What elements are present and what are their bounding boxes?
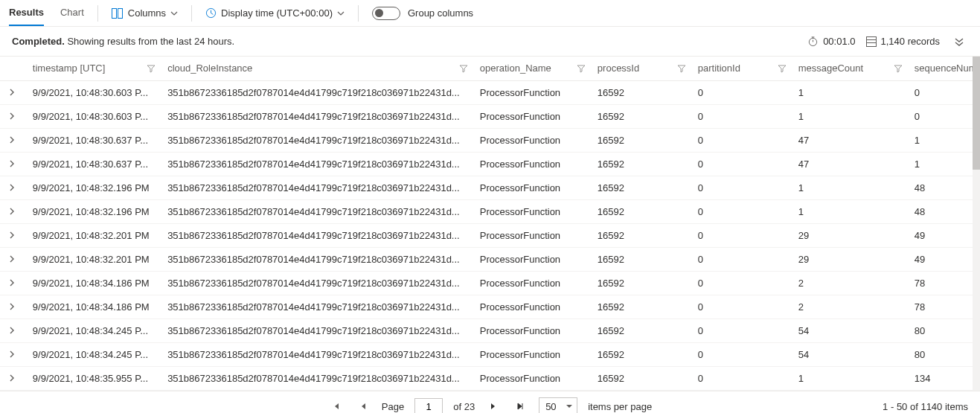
cell-seqnumstart: 80 xyxy=(909,318,980,342)
filter-icon[interactable] xyxy=(778,64,787,73)
table-row[interactable]: 9/9/2021, 10:48:30.637 P...351b867233618… xyxy=(0,152,980,176)
tab-results[interactable]: Results xyxy=(9,0,44,26)
cell-seqnumstart: 0 xyxy=(909,80,980,104)
cell-seqnumstart: 1 xyxy=(909,152,980,176)
cell-timestamp: 9/9/2021, 10:48:34.186 PM xyxy=(27,295,161,318)
toggle-switch[interactable] xyxy=(372,7,400,20)
filter-icon[interactable] xyxy=(677,64,686,73)
cell-operation: ProcessorFunction xyxy=(474,271,592,295)
page-input[interactable] xyxy=(414,398,443,413)
cell-messagecount: 1 xyxy=(792,104,909,128)
next-page-button[interactable] xyxy=(485,398,502,413)
cell-operation: ProcessorFunction xyxy=(474,176,592,199)
cell-messagecount: 1 xyxy=(792,80,909,104)
svg-rect-0 xyxy=(112,8,116,18)
cell-partitionid: 0 xyxy=(692,176,792,199)
cell-operation: ProcessorFunction xyxy=(474,342,592,366)
cell-seqnumstart: 1 xyxy=(909,128,980,152)
header-roleinstance[interactable]: cloud_RoleInstance xyxy=(161,57,474,80)
filter-icon[interactable] xyxy=(894,64,903,73)
cell-processid: 16592 xyxy=(592,80,692,104)
cell-partitionid: 0 xyxy=(692,247,792,271)
table-row[interactable]: 9/9/2021, 10:48:32.201 PM351b8672336185d… xyxy=(0,247,980,271)
display-time-button[interactable]: Display time (UTC+00:00) xyxy=(205,0,345,26)
page-size-select[interactable]: 50 xyxy=(539,397,577,413)
cell-timestamp: 9/9/2021, 10:48:32.201 PM xyxy=(27,247,161,271)
cell-roleinstance: 351b8672336185d2f0787014e4d41799c719f218… xyxy=(161,318,474,342)
cell-seqnumstart: 80 xyxy=(909,342,980,366)
table-row[interactable]: 9/9/2021, 10:48:34.245 P...351b867233618… xyxy=(0,342,980,366)
expand-row-button[interactable] xyxy=(6,158,18,170)
header-processid[interactable]: processId xyxy=(592,57,692,80)
header-operation[interactable]: operation_Name xyxy=(474,57,592,80)
cell-seqnumstart: 78 xyxy=(909,271,980,295)
group-columns-toggle[interactable]: Group columns xyxy=(372,7,473,20)
caret-down-icon xyxy=(566,403,572,409)
svg-rect-4 xyxy=(866,36,876,46)
table-row[interactable]: 9/9/2021, 10:48:32.201 PM351b8672336185d… xyxy=(0,223,980,247)
cell-partitionid: 0 xyxy=(692,152,792,176)
header-timestamp[interactable]: timestamp [UTC] xyxy=(27,57,161,80)
view-tabs: Results Chart xyxy=(9,0,84,26)
expand-panel-button[interactable] xyxy=(950,33,968,51)
cell-timestamp: 9/9/2021, 10:48:32.196 PM xyxy=(27,199,161,223)
expand-row-button[interactable] xyxy=(6,348,18,360)
filter-icon[interactable] xyxy=(577,64,586,73)
cell-roleinstance: 351b8672336185d2f0787014e4d41799c719f218… xyxy=(161,128,474,152)
cell-partitionid: 0 xyxy=(692,342,792,366)
first-page-button[interactable] xyxy=(328,398,345,413)
page-label: Page xyxy=(382,401,404,412)
expand-row-button[interactable] xyxy=(6,205,18,217)
cell-messagecount: 29 xyxy=(792,247,909,271)
cell-operation: ProcessorFunction xyxy=(474,80,592,104)
tab-chart[interactable]: Chart xyxy=(60,0,84,26)
cell-seqnumstart: 48 xyxy=(909,199,980,223)
cell-roleinstance: 351b8672336185d2f0787014e4d41799c719f218… xyxy=(161,342,474,366)
cell-seqnumstart: 78 xyxy=(909,295,980,318)
table-row[interactable]: 9/9/2021, 10:48:32.196 PM351b8672336185d… xyxy=(0,176,980,199)
table-row[interactable]: 9/9/2021, 10:48:34.186 PM351b8672336185d… xyxy=(0,295,980,318)
filter-icon[interactable] xyxy=(147,64,156,73)
header-seqnumstart[interactable]: sequenceNumberStart xyxy=(909,57,980,80)
cell-partitionid: 0 xyxy=(692,366,792,390)
cell-messagecount: 1 xyxy=(792,199,909,223)
expand-row-button[interactable] xyxy=(6,229,18,241)
cell-operation: ProcessorFunction xyxy=(474,104,592,128)
double-chevron-down-icon xyxy=(954,36,964,47)
record-count: 1,140 records xyxy=(866,36,941,47)
expand-row-button[interactable] xyxy=(6,372,18,384)
separator xyxy=(191,5,192,22)
cell-processid: 16592 xyxy=(592,295,692,318)
header-messagecount[interactable]: messageCount xyxy=(792,57,909,80)
expand-row-button[interactable] xyxy=(6,86,18,98)
table-row[interactable]: 9/9/2021, 10:48:35.955 P...351b867233618… xyxy=(0,366,980,390)
filter-icon[interactable] xyxy=(459,64,468,73)
cell-timestamp: 9/9/2021, 10:48:34.186 PM xyxy=(27,271,161,295)
cell-partitionid: 0 xyxy=(692,199,792,223)
expand-row-button[interactable] xyxy=(6,134,18,146)
vertical-scrollbar[interactable] xyxy=(973,57,980,391)
expand-row-button[interactable] xyxy=(6,324,18,336)
columns-button[interactable]: Columns xyxy=(112,0,178,26)
table-row[interactable]: 9/9/2021, 10:48:32.196 PM351b8672336185d… xyxy=(0,199,980,223)
cell-seqnumstart: 49 xyxy=(909,247,980,271)
expand-row-button[interactable] xyxy=(6,301,18,313)
table-row[interactable]: 9/9/2021, 10:48:34.186 PM351b8672336185d… xyxy=(0,271,980,295)
table-row[interactable]: 9/9/2021, 10:48:30.637 P...351b867233618… xyxy=(0,128,980,152)
expand-row-button[interactable] xyxy=(6,253,18,265)
table-row[interactable]: 9/9/2021, 10:48:34.245 P...351b867233618… xyxy=(0,318,980,342)
last-page-button[interactable] xyxy=(512,398,528,413)
cell-processid: 16592 xyxy=(592,366,692,390)
cell-processid: 16592 xyxy=(592,152,692,176)
header-partitionid[interactable]: partitionId xyxy=(692,57,792,80)
cell-operation: ProcessorFunction xyxy=(474,152,592,176)
cell-roleinstance: 351b8672336185d2f0787014e4d41799c719f218… xyxy=(161,152,474,176)
table-row[interactable]: 9/9/2021, 10:48:30.603 P...351b867233618… xyxy=(0,104,980,128)
expand-row-button[interactable] xyxy=(6,182,18,193)
expand-row-button[interactable] xyxy=(6,277,18,289)
expand-row-button[interactable] xyxy=(6,110,18,122)
prev-page-button[interactable] xyxy=(355,398,371,413)
chevron-down-icon xyxy=(170,10,178,17)
cell-partitionid: 0 xyxy=(692,318,792,342)
table-row[interactable]: 9/9/2021, 10:48:30.603 P...351b867233618… xyxy=(0,80,980,104)
